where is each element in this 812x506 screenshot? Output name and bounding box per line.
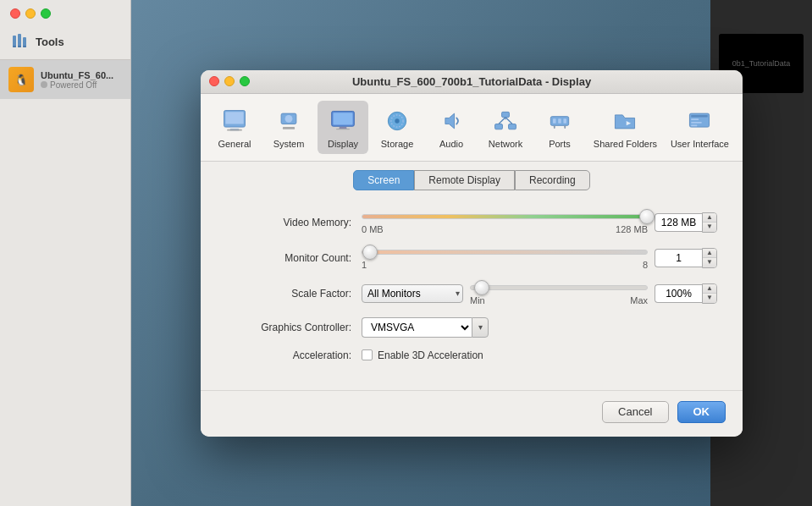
scale-factor-control: All Monitors Min Max (362, 282, 717, 305)
toolbar-label-audio: Audio (439, 139, 463, 149)
monitor-count-control: 1 8 ▲ ▼ (362, 246, 717, 270)
toolbar-item-ports[interactable]: Ports (534, 101, 585, 154)
video-memory-slider-track[interactable] (362, 211, 648, 223)
ok-button[interactable]: OK (677, 401, 726, 423)
scale-factor-decrement[interactable]: ▼ (703, 294, 716, 303)
tools-icon (10, 32, 29, 51)
graphics-controller-label: Graphics Controller: (226, 322, 362, 333)
dialog-maximize-button[interactable] (240, 76, 250, 86)
toolbar-item-user-interface[interactable]: User Interface (666, 101, 734, 154)
scale-factor-label: Scale Factor: (226, 288, 362, 300)
shared-folders-icon (610, 106, 640, 136)
video-memory-label: Video Memory: (226, 217, 362, 228)
toolbar-item-display[interactable]: Display (318, 101, 368, 154)
toolbar-item-shared-folders[interactable]: Shared Folders (588, 101, 662, 154)
svg-rect-30 (554, 125, 555, 129)
svg-rect-35 (692, 121, 702, 123)
video-memory-decrement[interactable]: ▼ (703, 223, 716, 232)
toolbar-item-storage[interactable]: Storage (372, 101, 423, 154)
svg-rect-33 (692, 114, 709, 117)
dialog-close-button[interactable] (209, 76, 219, 86)
monitor-count-row: Monitor Count: 1 8 (226, 246, 717, 270)
svg-rect-20 (502, 112, 510, 117)
video-memory-spinbox: ▲ ▼ (655, 212, 717, 233)
graphics-controller-dropdown-btn[interactable]: ▾ (472, 317, 489, 338)
tab-screen[interactable]: Screen (353, 170, 414, 190)
maximize-button[interactable] (41, 8, 51, 19)
general-icon (219, 106, 250, 136)
svg-rect-14 (333, 113, 352, 124)
settings-dialog: Ubuntu_FS_600_700b1_TutorialData - Displ… (131, 0, 812, 506)
scale-factor-increment[interactable]: ▲ (703, 284, 716, 294)
dialog-minimize-button[interactable] (224, 76, 235, 86)
scale-factor-spinbox: ▲ ▼ (655, 283, 717, 304)
svg-rect-0 (13, 36, 16, 47)
video-memory-max-label: 128 MB (616, 224, 648, 234)
tools-label: Tools (36, 36, 64, 48)
acceleration-row: Acceleration: Enable 3D Acceleration (226, 349, 717, 361)
svg-rect-1 (18, 34, 21, 47)
svg-point-18 (395, 118, 399, 123)
svg-rect-12 (283, 127, 295, 129)
scale-factor-select[interactable]: All Monitors (362, 284, 463, 303)
toolbar-item-general[interactable]: General (209, 101, 260, 154)
scale-factor-select-wrapper: All Monitors (362, 284, 463, 303)
tab-recording[interactable]: Recording (515, 170, 590, 190)
tab-remote-display[interactable]: Remote Display (414, 170, 515, 190)
title-bar: Ubuntu_FS_600_700b1_TutorialData - Displ… (201, 70, 743, 94)
video-memory-slider-bg (362, 214, 648, 219)
monitor-count-increment[interactable]: ▲ (703, 249, 716, 258)
graphics-controller-control: VMSVGA VBoxVGA VBoxSVGA ▾ (362, 317, 717, 338)
svg-rect-31 (564, 125, 566, 129)
monitor-count-spinbox-buttons: ▲ ▼ (702, 248, 717, 268)
svg-rect-5 (23, 46, 26, 47)
monitor-count-slider-track[interactable] (362, 246, 648, 258)
svg-rect-36 (692, 124, 698, 126)
dialog-footer: Cancel OK (201, 390, 743, 437)
scale-factor-slider-thumb[interactable] (474, 280, 489, 295)
scale-factor-spinbox-buttons: ▲ ▼ (702, 283, 717, 304)
vm-info: Ubuntu_FS_60... Powered Off (41, 70, 122, 90)
monitor-count-input[interactable] (655, 249, 702, 267)
monitor-count-decrement[interactable]: ▼ (703, 258, 716, 267)
toolbar-label-user-interface: User Interface (671, 139, 729, 149)
toolbar-item-audio[interactable]: Audio (426, 101, 477, 154)
sidebar-tools-section: Tools (0, 27, 130, 60)
graphics-controller-select[interactable]: VMSVGA VBoxVGA VBoxSVGA (362, 317, 472, 338)
display-icon (328, 106, 358, 136)
svg-point-11 (285, 114, 293, 122)
content-area: Video Memory: 0 MB 128 MB (201, 197, 743, 390)
video-memory-increment[interactable]: ▲ (703, 213, 716, 223)
video-memory-control: 0 MB 128 MB ▲ ▼ (362, 211, 717, 234)
sidebar-traffic-lights (0, 0, 130, 27)
scale-factor-row: Scale Factor: All Monitors (226, 282, 717, 305)
enable-3d-checkbox[interactable] (362, 349, 373, 360)
toolbar-item-system[interactable]: System (263, 101, 314, 154)
svg-rect-29 (563, 118, 566, 123)
toolbar-item-network[interactable]: Network (480, 101, 531, 154)
scale-factor-input[interactable] (655, 284, 702, 303)
audio-icon (436, 106, 467, 136)
monitor-count-spinbox: ▲ ▼ (655, 248, 717, 268)
toolbar-label-system: System (273, 139, 305, 149)
scale-factor-slider-track[interactable] (470, 282, 648, 294)
vm-list-item[interactable]: 🐧 Ubuntu_FS_60... Powered Off (0, 60, 130, 99)
svg-rect-3 (13, 46, 16, 47)
svg-rect-34 (692, 118, 699, 120)
toolbar-label-storage: Storage (381, 139, 414, 149)
scale-factor-min-label: Min (470, 295, 485, 305)
close-button[interactable] (10, 8, 20, 19)
svg-rect-28 (558, 118, 561, 123)
svg-line-24 (505, 117, 512, 124)
graphics-controller-dropdown-wrapper: VMSVGA VBoxVGA VBoxSVGA ▾ (362, 317, 489, 338)
monitor-count-slider-thumb[interactable] (362, 245, 378, 260)
svg-rect-21 (495, 124, 503, 129)
cancel-button[interactable]: Cancel (602, 401, 668, 423)
video-memory-input[interactable] (655, 213, 702, 232)
user-interface-icon (684, 106, 715, 136)
toolbar-label-display: Display (328, 139, 358, 149)
minimize-button[interactable] (25, 8, 36, 19)
video-memory-slider-thumb[interactable] (639, 209, 655, 224)
enable-3d-label: Enable 3D Acceleration (378, 349, 483, 361)
svg-rect-27 (553, 118, 556, 123)
